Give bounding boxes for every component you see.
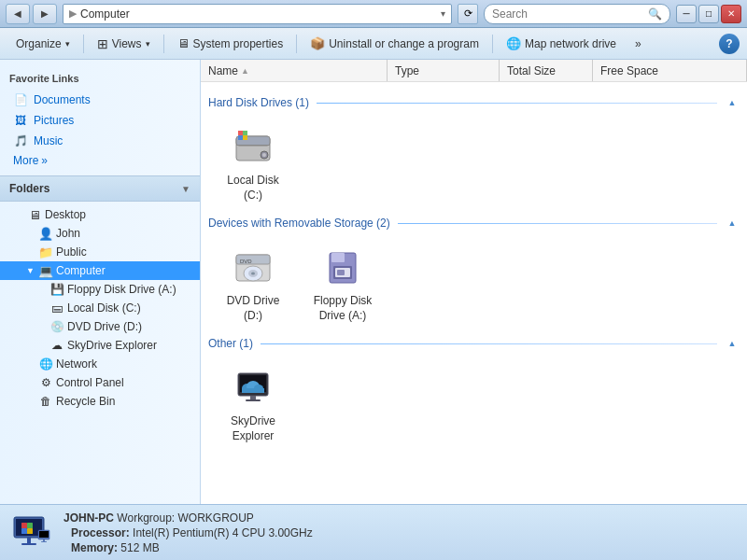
more-icon: » [635, 37, 641, 50]
views-button[interactable]: ⊞ Views ▾ [89, 32, 159, 56]
nav-buttons: ◀ ▶ [6, 4, 57, 24]
more-links-button[interactable]: More » [0, 151, 200, 170]
svg-rect-31 [21, 523, 27, 528]
more-label: More [13, 154, 38, 167]
sidebar-item-pictures[interactable]: 🖼 Pictures [0, 110, 200, 131]
pictures-label: Pictures [34, 114, 74, 127]
help-button[interactable]: ? [719, 34, 740, 54]
back-button[interactable]: ◀ [6, 4, 30, 24]
tree-item-computer[interactable]: ▼ 💻 Computer [0, 261, 200, 280]
skydrive-icon: ☁ [49, 338, 64, 353]
music-icon: 🎵 [13, 133, 28, 148]
folders-title: Folders [9, 182, 49, 195]
dvd-svg: DVD [233, 247, 274, 288]
section-hdd-line [317, 103, 717, 104]
skydrive-label: SkyDrive Explorer [67, 339, 157, 352]
folders-header[interactable]: Folders ▼ [0, 175, 200, 202]
toolbar-separator-1 [83, 35, 84, 53]
address-bar[interactable]: ▶ Computer ▾ [63, 4, 452, 24]
local-c-drive-icon [231, 125, 275, 170]
svg-rect-9 [243, 135, 247, 140]
organize-button[interactable]: Organize ▾ [7, 32, 78, 56]
skydrive-drive-label: SkyDrive Explorer [231, 414, 275, 443]
minimize-button[interactable]: ─ [676, 5, 697, 23]
svg-rect-2 [236, 145, 270, 146]
pictures-icon: 🖼 [13, 113, 28, 128]
status-computer-icon [11, 512, 52, 553]
svg-rect-39 [43, 539, 45, 541]
content-area: Name ▲ Type Total Size Free Space Hard D… [201, 60, 747, 504]
svg-rect-28 [246, 399, 261, 401]
uninstall-button[interactable]: 📦 Uninstall or change a program [302, 32, 487, 56]
col-header-name[interactable]: Name ▲ [201, 60, 388, 81]
svg-text:DVD: DVD [240, 259, 252, 264]
tree-item-dvd-d[interactable]: 💿 DVD Drive (D:) [0, 317, 200, 336]
more-chevron-icon: » [41, 154, 48, 167]
svg-rect-26 [242, 388, 264, 393]
tree-item-public[interactable]: 📁 Public [0, 243, 200, 261]
tree-item-control-panel[interactable]: ⚙ Control Panel [0, 373, 200, 392]
section-hdd-collapse[interactable]: ▲ [725, 95, 740, 110]
tree-item-floppy-a[interactable]: 💾 Floppy Disk Drive (A:) [0, 280, 200, 299]
tree-item-network[interactable]: 🌐 Network [0, 355, 200, 373]
section-removable-line [398, 223, 717, 224]
search-input[interactable] [492, 7, 644, 21]
drive-item-skydrive[interactable]: SkyDrive Explorer [216, 360, 290, 449]
col-name-label: Name [208, 64, 238, 77]
close-button[interactable]: ✕ [721, 5, 741, 23]
sidebar-item-music[interactable]: 🎵 Music [0, 131, 200, 151]
uninstall-label: Uninstall or change a program [329, 37, 479, 50]
tree-item-desktop[interactable]: 🖥 Desktop [0, 205, 200, 224]
more-tools-button[interactable]: » [627, 32, 650, 56]
toolbar-separator-2 [163, 35, 164, 53]
removable-items-row: DVD DVD Drive (D:) [208, 240, 740, 329]
hdd-items-row: Local Disk (C:) [208, 119, 740, 208]
computer-icon: 💻 [38, 263, 53, 278]
drive-item-dvd-d[interactable]: DVD DVD Drive (D:) [216, 240, 290, 329]
tree-item-local-c[interactable]: 🖴 Local Disk (C:) [0, 299, 200, 317]
drive-item-local-c[interactable]: Local Disk (C:) [216, 119, 290, 208]
tree-item-skydrive[interactable]: ☁ SkyDrive Explorer [0, 336, 200, 355]
address-text: Computer [80, 7, 437, 21]
control-panel-label: Control Panel [56, 376, 124, 389]
skydrive-svg [233, 368, 274, 409]
col-header-free[interactable]: Free Space [593, 60, 747, 81]
section-removable-collapse[interactable]: ▲ [725, 216, 740, 231]
network-label: Network [56, 357, 97, 371]
dvd-d-icon: 💿 [49, 319, 64, 334]
section-other-collapse[interactable]: ▲ [725, 336, 740, 351]
section-header-removable: Devices with Removable Storage (2) ▲ [208, 216, 740, 231]
main-container: Favorite Links 📄 Documents 🖼 Pictures 🎵 … [0, 60, 747, 504]
tree-item-recycle-bin[interactable]: 🗑 Recycle Bin [0, 392, 200, 411]
status-row-workgroup: JOHN-PC Workgroup: WORKGROUP [63, 511, 313, 525]
svg-rect-6 [238, 131, 243, 135]
address-prefix: ▶ [69, 7, 77, 20]
section-other-title: Other (1) [208, 337, 253, 350]
svg-point-4 [262, 153, 266, 157]
hdd-svg [233, 127, 274, 168]
svg-rect-32 [27, 523, 33, 528]
tree-item-john[interactable]: 👤 John [0, 224, 200, 243]
favorite-links: 📄 Documents 🖼 Pictures 🎵 Music More » [0, 88, 200, 172]
sidebar-item-documents[interactable]: 📄 Documents [0, 90, 200, 110]
col-name-sort-icon: ▲ [241, 66, 249, 76]
recycle-icon: 🗑 [38, 394, 53, 409]
svg-rect-27 [250, 396, 256, 399]
search-icon[interactable]: 🔍 [648, 7, 662, 21]
memory-value: 512 MB [120, 541, 159, 554]
status-workgroup-value: WORKGROUP [178, 511, 254, 525]
dvd-d-drive-label: DVD Drive (D:) [227, 294, 280, 323]
refresh-button[interactable]: ⟳ [458, 4, 478, 24]
col-header-type[interactable]: Type [388, 60, 500, 81]
col-header-total[interactable]: Total Size [500, 60, 593, 81]
map-drive-button[interactable]: 🌐 Map network drive [498, 32, 625, 56]
svg-rect-36 [21, 543, 36, 545]
control-panel-icon: ⚙ [38, 375, 53, 390]
search-box[interactable]: 🔍 [484, 4, 670, 24]
system-props-button[interactable]: 🖥 System properties [169, 32, 292, 56]
drive-item-floppy-a[interactable]: Floppy Disk Drive (A:) [305, 240, 380, 329]
music-label: Music [34, 134, 63, 147]
address-dropdown-icon[interactable]: ▾ [441, 8, 445, 19]
maximize-button[interactable]: □ [698, 5, 719, 23]
forward-button[interactable]: ▶ [33, 4, 57, 24]
